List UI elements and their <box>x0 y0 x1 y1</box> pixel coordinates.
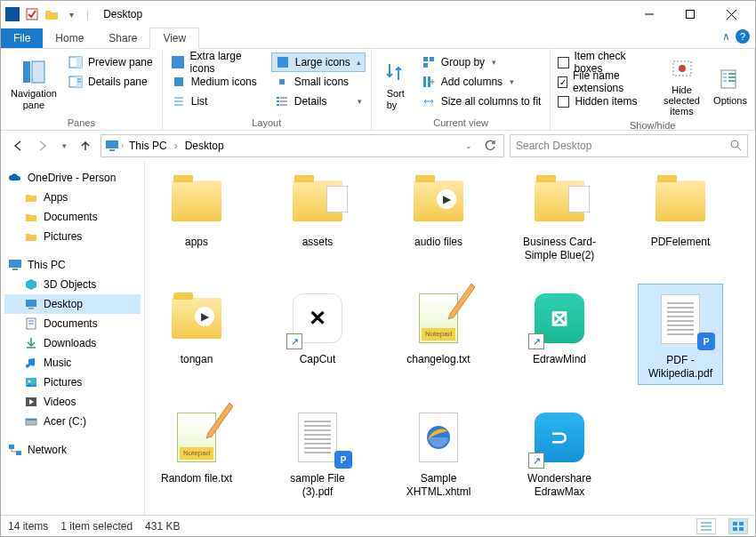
file-item[interactable]: Notepadchangelog.txt <box>396 284 481 385</box>
ribbon-collapse-icon[interactable]: ∧ <box>722 30 730 43</box>
file-label: Wondershare EdrawMax <box>520 472 599 499</box>
file-item[interactable]: apps <box>154 166 239 266</box>
svg-rect-15 <box>174 77 183 86</box>
window-title: Desktop <box>103 8 142 20</box>
refresh-button[interactable] <box>480 136 500 156</box>
tab-view[interactable]: View <box>149 28 199 49</box>
qat-checkbox-icon[interactable] <box>24 6 40 22</box>
svg-rect-65 <box>739 522 744 525</box>
small-icons-button[interactable]: Small icons <box>271 72 366 92</box>
file-item[interactable]: Business Card-Simple Blue(2) <box>517 166 602 266</box>
file-item[interactable]: PDFelement <box>638 166 723 266</box>
file-label: apps <box>185 236 208 249</box>
qat-dropdown-icon[interactable]: ▾ <box>63 6 79 22</box>
file-icon <box>286 170 349 232</box>
svg-rect-41 <box>106 140 118 148</box>
file-item[interactable]: ▶tongan <box>154 284 239 385</box>
size-all-columns-button[interactable]: Size all columns to fit <box>418 92 545 111</box>
large-icons-view-button[interactable] <box>728 518 748 534</box>
tree-documents[interactable]: Documents <box>4 207 141 227</box>
svg-rect-20 <box>279 79 285 84</box>
file-label: PDF - Wikipedia.pdf <box>642 354 719 381</box>
file-icon: P <box>649 288 712 350</box>
large-icons-button[interactable]: Large icons▴ <box>271 52 366 72</box>
tree-music[interactable]: Music <box>4 353 141 373</box>
tree-network[interactable]: Network <box>4 440 141 460</box>
file-item[interactable]: PPDF - Wikipedia.pdf <box>638 284 723 385</box>
recent-locations-button[interactable]: ▾ <box>58 136 70 156</box>
status-size: 431 KB <box>145 520 180 533</box>
file-item[interactable]: Sample XHTML.xhtml <box>396 403 481 502</box>
up-button[interactable] <box>76 136 95 156</box>
file-item[interactable]: ✕↗CapCut <box>275 284 360 385</box>
tree-downloads[interactable]: Downloads <box>4 333 141 353</box>
tree-desktop[interactable]: Desktop <box>4 294 141 314</box>
extra-large-icons-button[interactable]: Extra large icons <box>168 52 268 72</box>
file-icon <box>165 170 228 232</box>
svg-rect-39 <box>728 76 736 78</box>
list-button[interactable]: List <box>168 92 268 111</box>
svg-rect-40 <box>728 80 736 82</box>
help-icon[interactable]: ? <box>736 29 750 44</box>
tree-thispc[interactable]: This PC <box>4 255 141 275</box>
breadcrumb-thispc[interactable]: This PC <box>125 138 171 154</box>
file-label: Sample XHTML.xhtml <box>399 472 478 499</box>
status-bar: 14 items 1 item selected 431 KB <box>1 515 755 536</box>
tree-acer-drive[interactable]: Acer (C:) <box>4 412 141 431</box>
app-icon <box>4 6 20 22</box>
svg-point-36 <box>679 65 686 72</box>
minimize-button[interactable] <box>629 2 670 27</box>
svg-rect-57 <box>26 419 36 421</box>
address-bar[interactable]: › This PC › Desktop ⌄ <box>101 134 504 157</box>
search-placeholder: Search Desktop <box>516 140 591 152</box>
file-icon: P <box>286 406 349 469</box>
tree-documents2[interactable]: Documents <box>4 314 141 333</box>
navigation-pane-button[interactable]: Navigation pane <box>6 52 61 116</box>
tree-pictures2[interactable]: Pictures <box>4 373 141 392</box>
search-icon <box>729 139 742 154</box>
tree-apps[interactable]: Apps <box>4 188 141 207</box>
maximize-button[interactable] <box>670 2 711 27</box>
tab-home[interactable]: Home <box>43 28 96 48</box>
tree-pictures[interactable]: Pictures <box>4 227 141 246</box>
group-by-button[interactable]: Group by▾ <box>418 52 545 72</box>
hidden-items-checkbox[interactable]: Hidden items <box>556 92 651 111</box>
breadcrumb-desktop[interactable]: Desktop <box>181 138 228 154</box>
svg-rect-66 <box>733 527 737 531</box>
file-item[interactable]: assets <box>275 166 360 266</box>
tab-share[interactable]: Share <box>96 28 149 48</box>
tab-file[interactable]: File <box>1 28 43 48</box>
file-icon <box>649 170 712 232</box>
file-name-extensions-checkbox[interactable]: ✓File name extensions <box>556 72 651 92</box>
options-button[interactable]: Options <box>712 52 749 118</box>
file-item[interactable]: ⊃↗Wondershare EdrawMax <box>517 403 602 502</box>
file-item[interactable]: NotepadRandom file.txt <box>154 403 239 502</box>
search-input[interactable]: Search Desktop <box>510 134 748 157</box>
forward-button[interactable] <box>33 136 52 156</box>
qat-folder-icon[interactable] <box>44 6 60 22</box>
svg-rect-29 <box>423 63 428 68</box>
file-item[interactable]: ▶audio files <box>396 166 481 266</box>
svg-rect-64 <box>733 522 737 525</box>
add-columns-button[interactable]: Add columns▾ <box>418 72 545 92</box>
svg-rect-30 <box>423 76 426 87</box>
file-item[interactable]: Psample File (3).pdf <box>275 403 360 502</box>
details-pane-button[interactable]: Details pane <box>65 72 157 92</box>
tree-3dobjects[interactable]: 3D Objects <box>4 275 141 294</box>
svg-rect-42 <box>109 149 115 151</box>
tree-videos[interactable]: Videos <box>4 392 141 412</box>
svg-rect-23 <box>277 100 279 102</box>
back-button[interactable] <box>8 136 28 156</box>
svg-rect-14 <box>172 56 184 68</box>
preview-pane-button[interactable]: Preview pane <box>65 52 157 72</box>
file-item[interactable]: ⊠↗EdrawMind <box>517 284 602 385</box>
svg-rect-48 <box>28 308 34 309</box>
details-button[interactable]: Details▾ <box>271 92 366 111</box>
sort-by-button[interactable]: Sort by <box>377 52 414 116</box>
details-view-button[interactable] <box>696 518 716 534</box>
address-dropdown-icon[interactable]: ⌄ <box>459 136 479 156</box>
tree-onedrive[interactable]: OneDrive - Person <box>4 168 141 188</box>
hide-selected-items-button[interactable]: Hide selected items <box>655 52 708 118</box>
close-button[interactable] <box>711 2 752 27</box>
medium-icons-button[interactable]: Medium icons <box>168 72 268 92</box>
